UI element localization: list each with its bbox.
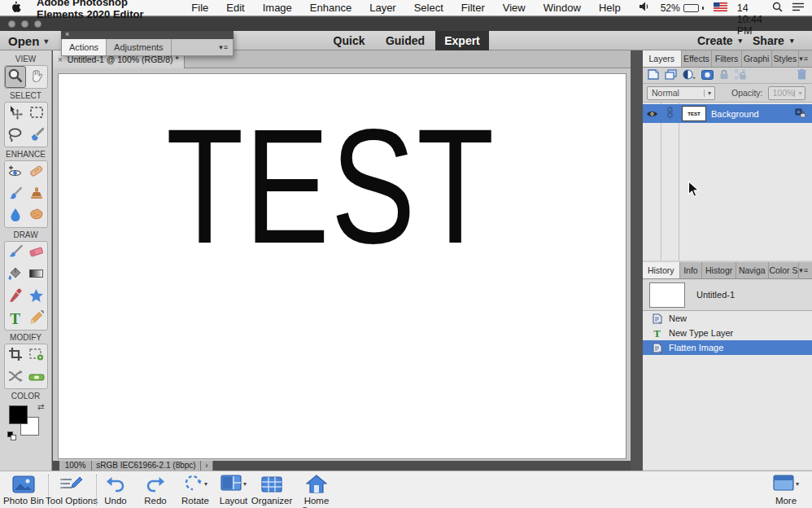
speaker-icon[interactable] bbox=[639, 2, 651, 14]
quick-selection-tool-button[interactable] bbox=[26, 125, 47, 147]
content-aware-move-tool-button[interactable] bbox=[5, 366, 26, 388]
history-state-new[interactable]: New bbox=[643, 311, 812, 326]
default-colors-icon[interactable] bbox=[7, 431, 17, 441]
menu-enhance[interactable]: Enhance bbox=[310, 2, 351, 14]
marquee-tool-button[interactable] bbox=[26, 103, 47, 125]
panel-menu-icon[interactable]: ▾≡ bbox=[799, 262, 812, 278]
window-minimize-button[interactable] bbox=[21, 20, 28, 28]
menu-list-icon[interactable] bbox=[792, 2, 804, 14]
menu-edit[interactable]: Edit bbox=[226, 2, 244, 14]
tab-histogram[interactable]: Histogr bbox=[702, 262, 736, 278]
menu-view[interactable]: View bbox=[503, 2, 526, 14]
tab-filters[interactable]: Filters bbox=[712, 50, 742, 67]
open-button[interactable]: Open ▾ bbox=[8, 31, 48, 50]
rotate-icon bbox=[183, 473, 203, 496]
zoom-level[interactable]: 100% bbox=[59, 461, 92, 471]
eyedropper-tool-button[interactable] bbox=[5, 286, 26, 308]
panel-menu-icon[interactable]: ▾≡ bbox=[219, 39, 233, 55]
tab-actions[interactable]: Actions bbox=[62, 39, 107, 55]
eye-icon[interactable] bbox=[643, 107, 661, 121]
actions-panel-titlebar[interactable]: × bbox=[61, 31, 234, 39]
shape-tool-button[interactable] bbox=[26, 286, 47, 308]
status-chevron-icon[interactable]: › bbox=[201, 461, 213, 471]
crop-tool-button[interactable] bbox=[5, 344, 26, 366]
layer-row-background[interactable]: TEST Background bbox=[643, 104, 812, 123]
section-select-label: SELECT bbox=[0, 90, 51, 101]
menu-layer[interactable]: Layer bbox=[369, 2, 396, 14]
tab-effects[interactable]: Effects bbox=[682, 50, 713, 67]
gradient-tool-button[interactable] bbox=[26, 264, 47, 286]
eraser-tool-button[interactable] bbox=[26, 242, 47, 264]
tab-expert[interactable]: Expert bbox=[435, 31, 489, 50]
close-icon[interactable]: × bbox=[65, 30, 69, 38]
home-screen-button[interactable]: Home Screen bbox=[288, 473, 345, 508]
menu-help[interactable]: Help bbox=[599, 2, 621, 14]
menu-filter[interactable]: Filter bbox=[461, 2, 485, 14]
lock-all-icon[interactable] bbox=[719, 68, 729, 83]
apple-icon[interactable] bbox=[11, 1, 22, 15]
tool-palette: VIEW SELECT ENHANCE DRAW T MODIFY COLOR bbox=[0, 50, 52, 471]
actions-floating-panel: × Actions Adjustments ▾≡ bbox=[61, 31, 234, 56]
type-tool-button[interactable]: T bbox=[5, 308, 26, 330]
foreground-color-swatch[interactable] bbox=[9, 405, 28, 424]
layer-thumbnail[interactable]: TEST bbox=[682, 106, 706, 121]
color-profile[interactable]: sRGB IEC61966-2.1 (8bpc) bbox=[92, 461, 201, 471]
recompose-icon bbox=[28, 347, 44, 365]
hand-tool-button[interactable] bbox=[26, 66, 47, 88]
menu-clock[interactable]: Sun Jun 14 10:44 PM bbox=[737, 0, 762, 37]
layer-mask-icon[interactable] bbox=[701, 68, 714, 83]
pencil-tool-button[interactable] bbox=[26, 308, 47, 330]
menu-window[interactable]: Window bbox=[544, 2, 581, 14]
lock-transparent-icon[interactable] bbox=[735, 68, 746, 83]
tab-history[interactable]: History bbox=[643, 262, 680, 278]
recompose-tool-button[interactable] bbox=[26, 344, 47, 366]
menu-file[interactable]: File bbox=[191, 2, 208, 14]
tab-navigator[interactable]: Naviga bbox=[736, 262, 769, 278]
link-icon[interactable] bbox=[661, 107, 679, 121]
brush-tool-button[interactable] bbox=[5, 242, 26, 264]
adjustment-layer-icon[interactable] bbox=[683, 68, 696, 83]
smart-brush-tool-button[interactable] bbox=[5, 183, 26, 205]
spot-healing-tool-button[interactable] bbox=[26, 161, 47, 183]
us-flag-icon[interactable] bbox=[714, 2, 727, 14]
sponge-tool-button[interactable] bbox=[26, 205, 47, 227]
search-icon[interactable] bbox=[772, 2, 783, 15]
snapshot-thumbnail[interactable] bbox=[649, 282, 685, 308]
straighten-tool-button[interactable] bbox=[26, 366, 47, 388]
close-document-icon[interactable]: × bbox=[58, 55, 63, 64]
swap-colors-icon[interactable]: ⇄ bbox=[37, 402, 44, 411]
image-canvas[interactable]: TEST bbox=[58, 73, 626, 459]
menu-image[interactable]: Image bbox=[263, 2, 292, 14]
red-eye-tool-button[interactable] bbox=[5, 161, 26, 183]
menu-select[interactable]: Select bbox=[414, 2, 443, 14]
zoom-tool-button[interactable] bbox=[5, 66, 26, 88]
tab-graphics[interactable]: Graphi bbox=[742, 50, 772, 67]
tab-color-swatches[interactable]: Color S bbox=[769, 262, 800, 278]
paint-bucket-tool-button[interactable] bbox=[5, 264, 26, 286]
history-snapshot-row[interactable]: Untitled-1 bbox=[643, 279, 812, 311]
more-button[interactable]: ▾ More bbox=[757, 473, 812, 506]
window-zoom-button[interactable] bbox=[34, 20, 41, 28]
history-state-flatten-image[interactable]: Flatten Image bbox=[643, 340, 812, 355]
new-group-icon[interactable] bbox=[665, 68, 677, 83]
tab-layers[interactable]: Layers bbox=[643, 50, 682, 67]
battery-indicator[interactable]: 52% bbox=[661, 2, 704, 14]
tab-quick[interactable]: Quick bbox=[324, 31, 374, 50]
tab-guided[interactable]: Guided bbox=[379, 31, 431, 50]
blend-mode-select[interactable]: Normal ▾ bbox=[647, 86, 715, 100]
history-state-new-type-layer[interactable]: T New Type Layer bbox=[643, 326, 812, 340]
tab-adjustments[interactable]: Adjustments bbox=[107, 39, 172, 55]
lasso-tool-button[interactable] bbox=[5, 125, 26, 147]
blur-tool-button[interactable] bbox=[5, 205, 26, 227]
trash-icon[interactable] bbox=[797, 68, 807, 83]
clone-stamp-tool-button[interactable] bbox=[26, 183, 47, 205]
panel-menu-icon[interactable]: ▾≡ bbox=[799, 50, 812, 67]
opacity-select[interactable]: 100% ▾ bbox=[768, 86, 805, 100]
window-close-button[interactable] bbox=[8, 20, 15, 28]
move-tool-button[interactable] bbox=[5, 103, 26, 125]
tab-info[interactable]: Info bbox=[680, 262, 703, 278]
canvas-zone: TEST bbox=[53, 68, 631, 461]
tab-styles[interactable]: Styles bbox=[772, 50, 800, 67]
lock-badge-icon[interactable] bbox=[795, 107, 805, 121]
new-layer-icon[interactable] bbox=[648, 68, 659, 83]
